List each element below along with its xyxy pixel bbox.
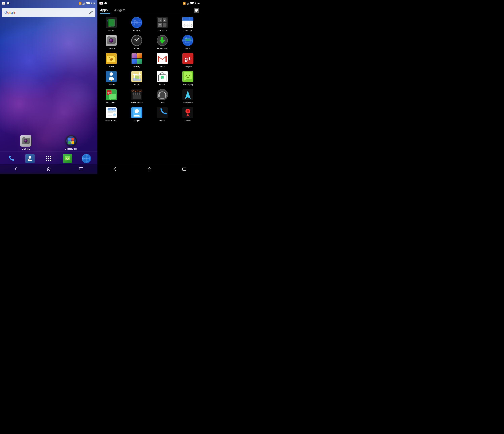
home-button-left[interactable] bbox=[45, 166, 52, 172]
app-newsweather[interactable]: Google News News & We.. bbox=[99, 106, 124, 123]
messaging-icon bbox=[182, 71, 193, 82]
svg-text:MOVIE STUDIO: MOVIE STUDIO bbox=[131, 90, 142, 92]
clock-label: Clock bbox=[134, 47, 139, 50]
google-search-bar[interactable]: Google 🎤 bbox=[2, 8, 95, 17]
svg-point-30 bbox=[135, 21, 138, 24]
app-calendar[interactable]: 1 2 3 4 5 6 7 8 9 Calendar bbox=[175, 16, 200, 32]
status-right-icons: 📶 9:40 bbox=[79, 2, 95, 5]
nav-bar-right bbox=[98, 164, 202, 174]
back-button-left[interactable] bbox=[13, 166, 20, 172]
app-maps[interactable]: Maps bbox=[124, 70, 149, 87]
status-bar-right: M 💬 📶 9:40 bbox=[98, 0, 202, 7]
home-screen: M 💬 📶 9:40 Google 🎤 bbox=[0, 0, 98, 174]
app-messenger[interactable]: g+ Messenger bbox=[99, 88, 124, 105]
messenger-icon: g+ bbox=[106, 89, 117, 100]
svg-point-88 bbox=[113, 114, 115, 116]
dock-people[interactable]: 📰 bbox=[25, 153, 35, 164]
moviestudio-icon: MOVIE STUDIO bbox=[131, 89, 142, 100]
app-books[interactable]: Books bbox=[99, 16, 124, 32]
app-latitude[interactable]: Latitude bbox=[99, 70, 124, 87]
app-earth[interactable]: Earth bbox=[175, 34, 200, 50]
app-gmail[interactable]: Gmail bbox=[150, 52, 175, 69]
app-clock[interactable]: Clock bbox=[124, 34, 149, 50]
moviestudio-label: Movie Studio bbox=[131, 102, 143, 104]
app-music[interactable]: Music bbox=[150, 88, 175, 105]
home-app-googleapps[interactable]: g+ Google Apps bbox=[65, 135, 77, 150]
svg-text:g+: g+ bbox=[70, 140, 72, 142]
home-button-right[interactable] bbox=[146, 166, 153, 172]
svg-point-5 bbox=[28, 156, 31, 159]
svg-rect-41 bbox=[158, 56, 159, 62]
camera-icon bbox=[20, 135, 31, 147]
newsweather-icon: Google News bbox=[106, 107, 117, 118]
email-label: Email bbox=[109, 65, 114, 68]
gmail-notification-icon: M bbox=[2, 2, 5, 5]
books-label: Books bbox=[108, 29, 114, 32]
wifi-icon: 📶 bbox=[79, 2, 81, 5]
app-navigation[interactable]: Navigation bbox=[175, 88, 200, 105]
svg-rect-65 bbox=[134, 92, 135, 95]
svg-point-91 bbox=[135, 109, 139, 113]
play-store-icon[interactable] bbox=[193, 7, 200, 13]
tab-apps[interactable]: Apps bbox=[100, 7, 110, 14]
navigation-icon bbox=[182, 89, 193, 100]
home-app-camera[interactable]: Camera bbox=[20, 135, 31, 150]
earth-icon bbox=[182, 35, 193, 46]
app-email[interactable]: @ Email bbox=[99, 52, 124, 69]
dock-phone[interactable] bbox=[6, 153, 16, 164]
gallery-icon bbox=[131, 53, 142, 64]
status-time-left: 9:40 bbox=[91, 2, 95, 5]
drawer-status-right: 📶 9:40 bbox=[183, 2, 200, 5]
drawer-tabs: Apps Widgets bbox=[98, 7, 202, 14]
svg-rect-86 bbox=[108, 115, 112, 115]
app-grid: Books Browser bbox=[98, 14, 202, 164]
back-button-right[interactable] bbox=[111, 166, 118, 172]
calendar-label: Calendar bbox=[184, 29, 192, 32]
svg-point-96 bbox=[187, 110, 189, 112]
svg-rect-55 bbox=[184, 72, 192, 79]
recents-button-right[interactable] bbox=[181, 166, 188, 172]
places-label: Places bbox=[185, 120, 191, 122]
gmail-icon-app bbox=[157, 53, 168, 64]
app-phone[interactable]: Phone bbox=[150, 106, 175, 123]
app-moviestudio[interactable]: MOVIE STUDIO Movie Studio bbox=[124, 88, 149, 105]
market-label: Market bbox=[159, 83, 165, 86]
messaging-label: Messaging bbox=[183, 83, 193, 86]
app-drawer: M 💬 📶 9:40 Apps Widgets bbox=[98, 0, 202, 174]
svg-point-53 bbox=[163, 77, 163, 77]
dock-apps-button[interactable] bbox=[44, 153, 54, 164]
svg-rect-84 bbox=[108, 113, 113, 113]
app-calculator[interactable]: − + + Calculator bbox=[150, 16, 175, 32]
app-people[interactable]: People bbox=[124, 106, 149, 123]
voice-search-icon[interactable]: 🎤 bbox=[89, 10, 93, 15]
app-messaging[interactable]: Messaging bbox=[175, 70, 200, 87]
app-camera[interactable]: Camera bbox=[99, 34, 124, 50]
app-gallery[interactable]: Gallery bbox=[124, 52, 149, 69]
app-downloads[interactable]: Downloads bbox=[150, 34, 175, 50]
svg-text:@: @ bbox=[109, 57, 113, 61]
recents-button-left[interactable] bbox=[78, 166, 84, 172]
tab-widgets[interactable]: Widgets bbox=[114, 7, 128, 14]
svg-text:📰: 📰 bbox=[27, 158, 30, 160]
chat-notification-icon: 💬 bbox=[7, 2, 9, 5]
svg-point-56 bbox=[186, 75, 187, 76]
svg-rect-42 bbox=[165, 56, 167, 62]
svg-point-9 bbox=[66, 158, 67, 159]
maps-icon bbox=[131, 71, 142, 82]
app-browser[interactable]: Browser bbox=[124, 16, 149, 32]
svg-rect-68 bbox=[140, 92, 141, 95]
svg-point-46 bbox=[109, 72, 113, 76]
nav-bar-left bbox=[0, 164, 98, 174]
calendar-icon: 1 2 3 4 5 6 7 8 9 bbox=[182, 17, 193, 28]
maps-label: Maps bbox=[134, 83, 139, 86]
people-label: People bbox=[134, 120, 140, 122]
browser-label: Browser bbox=[133, 29, 140, 32]
dock-messaging[interactable] bbox=[63, 153, 72, 164]
app-places[interactable]: Places bbox=[175, 106, 200, 123]
app-googleplus[interactable]: g+ Google+ bbox=[175, 52, 200, 69]
svg-rect-85 bbox=[108, 114, 114, 114]
dock-browser[interactable] bbox=[81, 153, 91, 164]
app-market[interactable]: Market bbox=[150, 70, 175, 87]
svg-rect-75 bbox=[165, 94, 166, 97]
browser-icon bbox=[131, 17, 142, 28]
